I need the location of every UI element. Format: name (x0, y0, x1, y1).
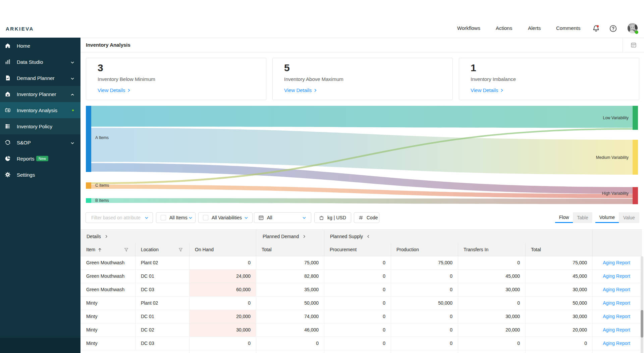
svg-text:C Items: C Items (95, 183, 109, 188)
svg-text:High Variability: High Variability (602, 191, 629, 196)
svg-text:B Items: B Items (95, 198, 109, 203)
svg-text:Low Variability: Low Variability (603, 116, 629, 120)
svg-text:Medium Variability: Medium Variability (596, 155, 629, 160)
svg-text:A Items: A Items (95, 135, 109, 140)
